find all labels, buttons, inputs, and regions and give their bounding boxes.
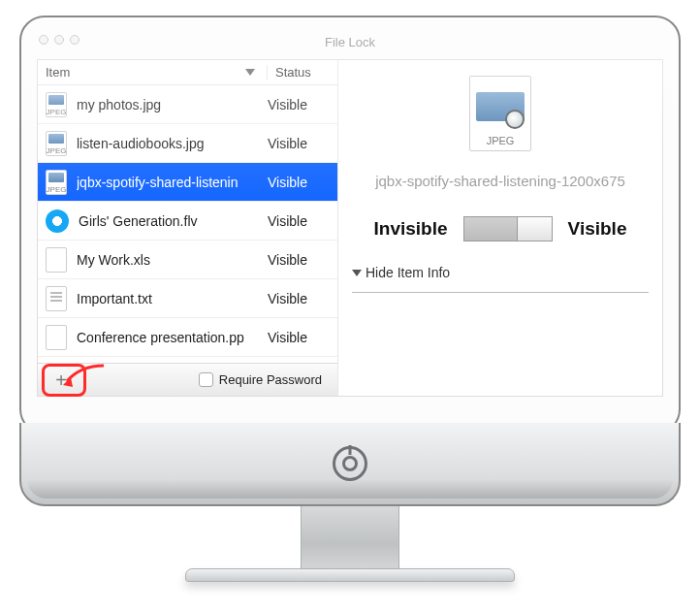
file-jpeg-icon: JPEG xyxy=(46,92,67,117)
item-status: Visible xyxy=(268,330,337,345)
detail-filename: jqbx-spotify-shared-listening-1200x675 xyxy=(352,173,649,189)
file-generic-icon xyxy=(46,325,67,350)
content-area: Item Status JPEG my photos.jpg Visible xyxy=(37,59,663,397)
app-window: File Lock Item Status JPEG my p xyxy=(19,16,681,434)
item-status: Visible xyxy=(268,252,337,268)
list-item[interactable]: My Work.xls Visible xyxy=(38,241,337,279)
file-jpeg-icon: JPEG xyxy=(46,131,67,156)
item-name: my photos.jpg xyxy=(77,97,268,113)
invisible-label: Invisible xyxy=(374,218,448,240)
column-header-item[interactable]: Item xyxy=(38,65,268,80)
close-window-icon[interactable] xyxy=(39,35,48,45)
add-item-button[interactable]: + xyxy=(48,368,75,393)
item-name: Important.txt xyxy=(77,291,268,306)
divider xyxy=(352,292,649,293)
item-name: My Work.xls xyxy=(77,252,268,268)
imac-stand-base xyxy=(185,568,515,582)
item-name: listen-audiobooks.jpg xyxy=(77,136,268,151)
item-status: Visible xyxy=(268,136,337,151)
column-header-item-label: Item xyxy=(46,65,70,80)
list-item[interactable]: Important.txt Visible xyxy=(38,279,337,318)
brand-logo-icon xyxy=(333,446,367,481)
imac-chin xyxy=(19,423,681,506)
column-header-status[interactable]: Status xyxy=(268,65,337,80)
require-password-label: Require Password xyxy=(219,372,322,387)
item-list: JPEG my photos.jpg Visible JPEG listen-a… xyxy=(38,85,337,363)
minimize-window-icon[interactable] xyxy=(54,35,64,45)
item-status: Visible xyxy=(268,97,337,113)
visibility-toggle[interactable] xyxy=(463,216,553,241)
footer-bar: + Require Password xyxy=(38,363,337,396)
item-name: Conference presentation.pp xyxy=(77,330,268,345)
list-item[interactable]: JPEG jqbx-spotify-shared-listenin Visibl… xyxy=(38,163,337,202)
item-status: Visible xyxy=(268,175,337,190)
zoom-window-icon[interactable] xyxy=(70,35,80,45)
require-password-checkbox[interactable]: Require Password xyxy=(199,372,322,387)
file-preview-icon: JPEG xyxy=(469,76,531,151)
toggle-knob xyxy=(517,217,552,241)
list-item[interactable]: Conference presentation.pp Visible xyxy=(38,318,337,357)
detail-pane: JPEG jqbx-spotify-shared-listening-1200x… xyxy=(338,60,662,396)
visibility-toggle-row: Invisible Visible xyxy=(374,216,627,241)
item-name: jqbx-spotify-shared-listenin xyxy=(77,175,268,190)
item-list-pane: Item Status JPEG my photos.jpg Visible xyxy=(38,60,338,396)
item-name: Girls' Generation.flv xyxy=(79,213,268,229)
sort-indicator-icon xyxy=(245,69,255,76)
disclosure-triangle-icon xyxy=(352,270,362,276)
window-title: File Lock xyxy=(37,35,663,49)
checkbox-icon xyxy=(199,372,213,387)
file-type-label: JPEG xyxy=(470,135,530,146)
list-item[interactable]: Girls' Generation.flv Visible xyxy=(38,202,337,241)
file-generic-icon xyxy=(46,247,67,273)
file-video-icon xyxy=(46,209,69,233)
hide-item-info-button[interactable]: Hide Item Info xyxy=(352,265,450,280)
visible-label: Visible xyxy=(568,218,627,240)
file-text-icon xyxy=(46,286,67,311)
item-status: Visible xyxy=(268,291,337,306)
list-item[interactable]: JPEG my photos.jpg Visible xyxy=(38,85,337,124)
file-jpeg-icon: JPEG xyxy=(46,170,67,195)
item-status: Visible xyxy=(268,213,337,229)
list-item[interactable]: JPEG listen-audiobooks.jpg Visible xyxy=(38,124,337,163)
hide-item-info-label: Hide Item Info xyxy=(366,265,450,280)
column-header-status-label: Status xyxy=(275,65,311,80)
column-headers: Item Status xyxy=(38,60,337,85)
imac-stand-neck xyxy=(301,506,399,568)
